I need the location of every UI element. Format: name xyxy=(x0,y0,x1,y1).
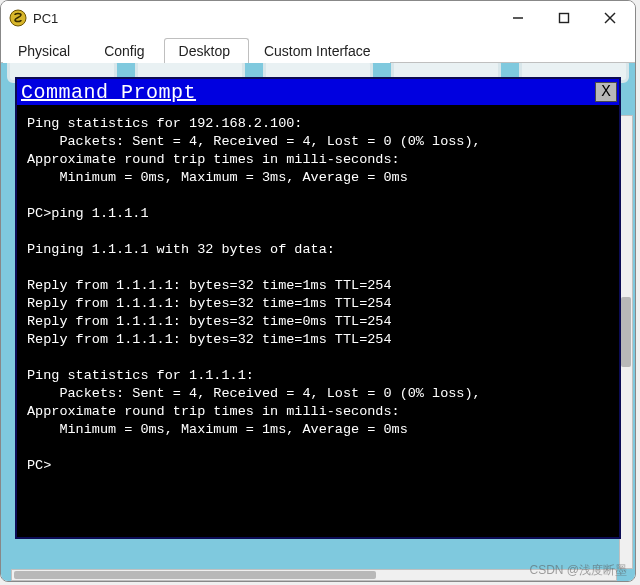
desktop-area: Command Prompt X Ping statistics for 192… xyxy=(1,63,635,581)
tab-physical[interactable]: Physical xyxy=(3,38,89,63)
command-prompt-title: Command Prompt xyxy=(21,81,595,104)
vertical-scrollbar-thumb[interactable] xyxy=(621,297,631,367)
command-prompt-window: Command Prompt X Ping statistics for 192… xyxy=(15,77,621,539)
command-prompt-close-button[interactable]: X xyxy=(595,82,617,102)
tab-config[interactable]: Config xyxy=(89,38,163,63)
titlebar[interactable]: PC1 xyxy=(1,1,635,35)
tab-bar: Physical Config Desktop Custom Interface xyxy=(1,35,635,63)
svg-rect-2 xyxy=(560,14,569,23)
horizontal-scrollbar[interactable] xyxy=(11,569,617,581)
window-title: PC1 xyxy=(33,11,495,26)
vertical-scrollbar[interactable] xyxy=(619,115,633,569)
app-window: PC1 Physical Config Desktop Custom Inter… xyxy=(0,0,636,582)
tab-custom-interface[interactable]: Custom Interface xyxy=(249,38,390,63)
command-prompt-titlebar[interactable]: Command Prompt X xyxy=(17,79,619,105)
horizontal-scrollbar-thumb[interactable] xyxy=(14,571,376,579)
maximize-button[interactable] xyxy=(541,3,587,33)
terminal-output[interactable]: Ping statistics for 192.168.2.100: Packe… xyxy=(17,105,619,537)
tab-desktop[interactable]: Desktop xyxy=(164,38,249,63)
minimize-button[interactable] xyxy=(495,3,541,33)
app-icon xyxy=(9,9,27,27)
close-button[interactable] xyxy=(587,3,633,33)
